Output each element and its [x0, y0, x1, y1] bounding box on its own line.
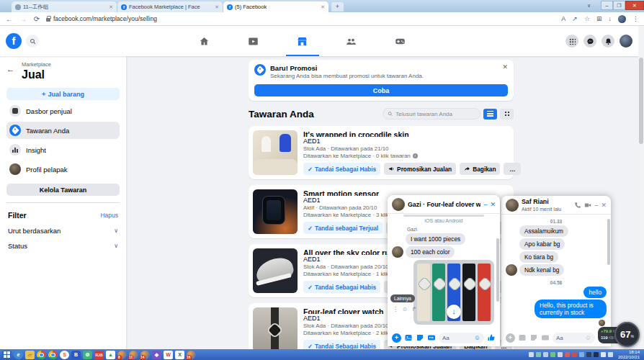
banner-close-icon[interactable]: ✕	[502, 63, 508, 71]
mark-sold-button[interactable]: ✓Tandai sebagai Terjual	[303, 222, 383, 234]
tray-icon[interactable]	[579, 352, 584, 357]
forward-icon[interactable]: ↱	[411, 306, 416, 312]
voice-call-icon[interactable]	[574, 202, 581, 209]
menu-grid-button[interactable]	[565, 35, 578, 48]
tab-close-icon[interactable]: ✕	[321, 4, 325, 10]
listings-search[interactable]	[383, 108, 480, 120]
maximize-window-button[interactable]: ❐	[613, 1, 625, 10]
wechat-icon[interactable]: ⦾	[83, 351, 92, 359]
listing-thumbnail[interactable]	[253, 130, 298, 175]
browser-profile-avatar[interactable]	[618, 15, 626, 23]
browser-tab-2[interactable]: f Facebook Marketplace | Face ✕	[117, 1, 223, 12]
promo-cta-button[interactable]: Coba	[254, 84, 508, 96]
keyboard-layout-icon[interactable]	[608, 352, 613, 357]
tab-close-icon[interactable]: ✕	[215, 4, 219, 10]
tab-groups[interactable]	[342, 26, 361, 56]
tray-icon[interactable]	[586, 352, 591, 357]
tray-icon[interactable]	[529, 352, 534, 357]
back-icon[interactable]: ←	[5, 15, 14, 23]
photo-icon[interactable]	[404, 333, 413, 342]
listing-thumbnail[interactable]	[253, 307, 298, 349]
messenger-app-icon-4[interactable]: 16	[187, 351, 196, 359]
chat-close-icon[interactable]: ✕	[601, 202, 607, 209]
listing-thumbnail[interactable]	[253, 248, 298, 293]
create-listing-button[interactable]: + Jual barang	[6, 88, 120, 100]
chat-minimize-icon[interactable]: –	[483, 201, 487, 208]
green-app-icon[interactable]: ▲	[106, 351, 115, 359]
messenger-app-icon-1[interactable]: 8	[117, 351, 127, 359]
chat-scrollbar[interactable]	[607, 219, 610, 265]
browser-app-icon[interactable]: B	[71, 351, 81, 359]
tray-icon[interactable]	[550, 352, 555, 357]
sidebar-item-dasbor-penjual[interactable]: Dasbor penjual	[6, 102, 120, 120]
sidebar-item-tawaran-anda-active[interactable]: Tawaran Anda	[6, 122, 120, 139]
thumbs-up-icon[interactable]	[487, 333, 496, 342]
sogou-browser-icon[interactable]: S	[60, 351, 69, 359]
info-icon[interactable]: i	[413, 153, 418, 158]
chat-scrollbar[interactable]	[496, 238, 499, 302]
purple-app-icon[interactable]: ◆	[152, 351, 161, 359]
mark-sold-out-button[interactable]: ✓Tandai Sebagai Habis	[303, 163, 380, 175]
grid-view-toggle[interactable]	[500, 109, 514, 120]
profile-avatar[interactable]	[620, 35, 632, 48]
react-emoji-icon[interactable]: ☺	[402, 306, 408, 312]
tab-marketplace-active[interactable]	[293, 26, 312, 56]
tray-icon[interactable]	[594, 352, 599, 357]
tab-gaming[interactable]	[391, 26, 410, 56]
percent-ball[interactable]: 67%	[614, 322, 640, 347]
facebook-search-button[interactable]	[26, 35, 39, 48]
more-options-button[interactable]: …	[504, 163, 521, 175]
sidebar-item-insight[interactable]: Insight	[6, 141, 120, 158]
tray-icon[interactable]	[536, 352, 541, 357]
red-app-icon[interactable]: RJB	[94, 351, 104, 359]
taskbar-clock[interactable]: 18:14 2022/10/21	[618, 350, 640, 360]
translate-icon[interactable]: A	[561, 15, 565, 22]
tray-icon[interactable]	[558, 352, 563, 357]
file-explorer-icon[interactable]: ▱	[25, 351, 35, 359]
messenger-button[interactable]	[583, 35, 596, 48]
message-input-pill[interactable]: ☺	[553, 333, 595, 343]
more-vertical-icon[interactable]: ⋮	[393, 306, 398, 312]
tab-close-icon[interactable]: ✕	[109, 4, 113, 10]
messenger-app-icon-3[interactable]: 14	[140, 351, 150, 359]
gif-icon[interactable]	[541, 333, 550, 342]
word-app-icon[interactable]: W	[164, 351, 173, 359]
listing-title[interactable]: It's wrapped in crocodile skin	[303, 130, 509, 137]
chat-minimize-icon[interactable]: –	[594, 202, 598, 209]
chat-header[interactable]: Gazi · Four-leaf clover watch ∨ – ✕	[388, 195, 500, 214]
page-scrollbar[interactable]	[638, 26, 644, 349]
tray-icon[interactable]	[543, 352, 548, 357]
add-attachment-icon[interactable]: +	[392, 333, 401, 343]
tray-icon[interactable]	[572, 352, 577, 357]
volume-icon[interactable]	[601, 352, 606, 357]
notifications-button[interactable]	[601, 35, 614, 48]
tray-icon[interactable]	[565, 352, 570, 357]
tab-search-chevron-icon[interactable]: ∨	[587, 3, 591, 9]
message-input[interactable]	[556, 335, 585, 341]
emoji-icon[interactable]: ☺	[474, 334, 480, 341]
internet-explorer-icon[interactable]: e	[14, 351, 23, 359]
promote-button[interactable]: Promosikan Jualan	[384, 163, 456, 175]
extensions-icon[interactable]: ⊞	[596, 15, 602, 22]
bookmark-star-icon[interactable]: ☆	[584, 15, 590, 22]
sticker-icon[interactable]	[529, 333, 538, 342]
sort-collapsible[interactable]: Urut berdasarkan ∨	[6, 223, 120, 238]
excel-icon[interactable]: X	[175, 351, 184, 359]
sticker-icon[interactable]	[416, 333, 424, 342]
status-collapsible[interactable]: Status ∨	[6, 238, 120, 253]
clear-filters-link[interactable]: Hapus	[100, 212, 118, 219]
chat-header[interactable]: Saf Riani Aktif 10 menit lalu – ✕	[501, 196, 611, 215]
message-image-watches[interactable]: ↓	[413, 260, 494, 325]
share-icon[interactable]: ↗	[572, 15, 578, 22]
listing-thumbnail[interactable]	[253, 189, 298, 234]
chrome-icon-2[interactable]	[48, 351, 58, 359]
minimize-window-button[interactable]: –	[601, 1, 613, 10]
video-call-icon[interactable]	[584, 202, 591, 209]
share-button[interactable]: Bagikan	[460, 163, 500, 175]
refresh-icon[interactable]: ⟳	[32, 15, 41, 23]
download-image-button[interactable]: ↓	[447, 305, 461, 319]
network-monitor-widget[interactable]: +79.9 KB/S 119 KB/S 67%	[598, 322, 640, 348]
mark-sold-out-button[interactable]: ✓Tandai Sebagai Habis	[303, 281, 380, 293]
gif-icon[interactable]	[427, 333, 436, 342]
facebook-logo[interactable]: f	[6, 33, 22, 49]
